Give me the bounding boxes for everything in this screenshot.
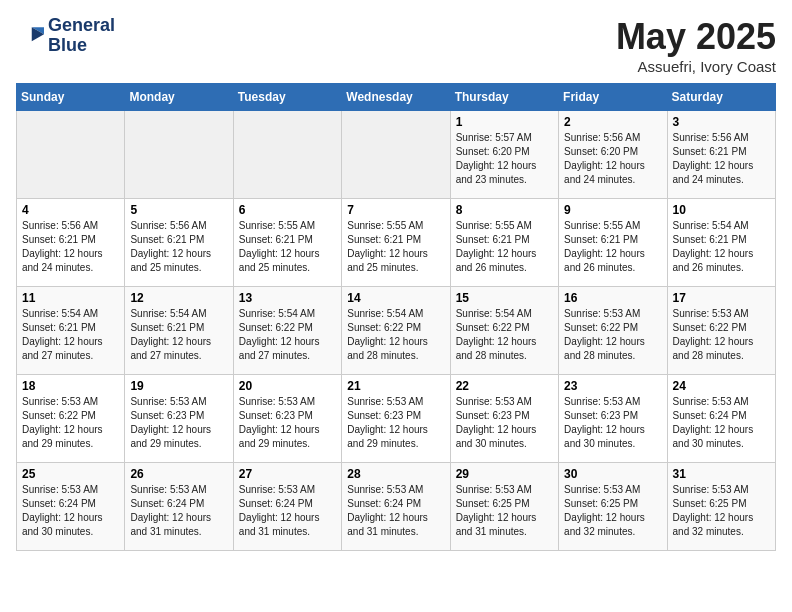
calendar-week-row: 11 Sunrise: 5:54 AM Sunset: 6:21 PM Dayl… [17, 287, 776, 375]
day-number: 15 [456, 291, 553, 305]
day-number: 9 [564, 203, 661, 217]
day-info: Sunrise: 5:53 AM Sunset: 6:22 PM Dayligh… [673, 307, 770, 363]
calendar-cell: 23 Sunrise: 5:53 AM Sunset: 6:23 PM Dayl… [559, 375, 667, 463]
day-number: 27 [239, 467, 336, 481]
day-number: 30 [564, 467, 661, 481]
day-info: Sunrise: 5:53 AM Sunset: 6:24 PM Dayligh… [239, 483, 336, 539]
calendar-cell: 25 Sunrise: 5:53 AM Sunset: 6:24 PM Dayl… [17, 463, 125, 551]
day-info: Sunrise: 5:53 AM Sunset: 6:24 PM Dayligh… [130, 483, 227, 539]
day-number: 6 [239, 203, 336, 217]
weekday-header-thursday: Thursday [450, 84, 558, 111]
day-number: 23 [564, 379, 661, 393]
day-info: Sunrise: 5:55 AM Sunset: 6:21 PM Dayligh… [239, 219, 336, 275]
day-info: Sunrise: 5:54 AM Sunset: 6:21 PM Dayligh… [673, 219, 770, 275]
weekday-header-wednesday: Wednesday [342, 84, 450, 111]
day-number: 19 [130, 379, 227, 393]
day-info: Sunrise: 5:53 AM Sunset: 6:24 PM Dayligh… [22, 483, 119, 539]
day-number: 12 [130, 291, 227, 305]
day-number: 10 [673, 203, 770, 217]
day-info: Sunrise: 5:54 AM Sunset: 6:21 PM Dayligh… [22, 307, 119, 363]
calendar-cell: 9 Sunrise: 5:55 AM Sunset: 6:21 PM Dayli… [559, 199, 667, 287]
day-info: Sunrise: 5:53 AM Sunset: 6:23 PM Dayligh… [347, 395, 444, 451]
day-info: Sunrise: 5:54 AM Sunset: 6:21 PM Dayligh… [130, 307, 227, 363]
calendar-cell: 5 Sunrise: 5:56 AM Sunset: 6:21 PM Dayli… [125, 199, 233, 287]
day-number: 20 [239, 379, 336, 393]
calendar-cell: 8 Sunrise: 5:55 AM Sunset: 6:21 PM Dayli… [450, 199, 558, 287]
calendar-cell: 10 Sunrise: 5:54 AM Sunset: 6:21 PM Dayl… [667, 199, 775, 287]
calendar-week-row: 25 Sunrise: 5:53 AM Sunset: 6:24 PM Dayl… [17, 463, 776, 551]
day-number: 7 [347, 203, 444, 217]
calendar-cell: 28 Sunrise: 5:53 AM Sunset: 6:24 PM Dayl… [342, 463, 450, 551]
calendar-cell: 1 Sunrise: 5:57 AM Sunset: 6:20 PM Dayli… [450, 111, 558, 199]
calendar-week-row: 18 Sunrise: 5:53 AM Sunset: 6:22 PM Dayl… [17, 375, 776, 463]
calendar-week-row: 4 Sunrise: 5:56 AM Sunset: 6:21 PM Dayli… [17, 199, 776, 287]
calendar-header-row: SundayMondayTuesdayWednesdayThursdayFrid… [17, 84, 776, 111]
day-number: 1 [456, 115, 553, 129]
day-info: Sunrise: 5:55 AM Sunset: 6:21 PM Dayligh… [564, 219, 661, 275]
calendar-cell: 13 Sunrise: 5:54 AM Sunset: 6:22 PM Dayl… [233, 287, 341, 375]
day-info: Sunrise: 5:56 AM Sunset: 6:21 PM Dayligh… [673, 131, 770, 187]
calendar-cell: 26 Sunrise: 5:53 AM Sunset: 6:24 PM Dayl… [125, 463, 233, 551]
day-number: 29 [456, 467, 553, 481]
logo-line2: Blue [48, 36, 115, 56]
calendar-cell: 24 Sunrise: 5:53 AM Sunset: 6:24 PM Dayl… [667, 375, 775, 463]
day-info: Sunrise: 5:53 AM Sunset: 6:23 PM Dayligh… [130, 395, 227, 451]
weekday-header-tuesday: Tuesday [233, 84, 341, 111]
day-info: Sunrise: 5:56 AM Sunset: 6:20 PM Dayligh… [564, 131, 661, 187]
generalblue-logo-icon [16, 22, 44, 50]
day-number: 4 [22, 203, 119, 217]
calendar-cell: 7 Sunrise: 5:55 AM Sunset: 6:21 PM Dayli… [342, 199, 450, 287]
calendar-cell: 27 Sunrise: 5:53 AM Sunset: 6:24 PM Dayl… [233, 463, 341, 551]
calendar-title: May 2025 [616, 16, 776, 58]
calendar-cell: 21 Sunrise: 5:53 AM Sunset: 6:23 PM Dayl… [342, 375, 450, 463]
calendar-table: SundayMondayTuesdayWednesdayThursdayFrid… [16, 83, 776, 551]
day-number: 25 [22, 467, 119, 481]
calendar-week-row: 1 Sunrise: 5:57 AM Sunset: 6:20 PM Dayli… [17, 111, 776, 199]
day-info: Sunrise: 5:53 AM Sunset: 6:23 PM Dayligh… [239, 395, 336, 451]
day-info: Sunrise: 5:53 AM Sunset: 6:22 PM Dayligh… [22, 395, 119, 451]
calendar-cell: 17 Sunrise: 5:53 AM Sunset: 6:22 PM Dayl… [667, 287, 775, 375]
calendar-header: General Blue May 2025 Assuefri, Ivory Co… [16, 16, 776, 75]
calendar-cell: 15 Sunrise: 5:54 AM Sunset: 6:22 PM Dayl… [450, 287, 558, 375]
calendar-cell: 29 Sunrise: 5:53 AM Sunset: 6:25 PM Dayl… [450, 463, 558, 551]
day-number: 26 [130, 467, 227, 481]
weekday-header-monday: Monday [125, 84, 233, 111]
weekday-header-friday: Friday [559, 84, 667, 111]
day-number: 2 [564, 115, 661, 129]
title-block: May 2025 Assuefri, Ivory Coast [616, 16, 776, 75]
day-number: 21 [347, 379, 444, 393]
day-info: Sunrise: 5:53 AM Sunset: 6:24 PM Dayligh… [673, 395, 770, 451]
day-number: 13 [239, 291, 336, 305]
day-info: Sunrise: 5:54 AM Sunset: 6:22 PM Dayligh… [347, 307, 444, 363]
day-info: Sunrise: 5:53 AM Sunset: 6:22 PM Dayligh… [564, 307, 661, 363]
day-info: Sunrise: 5:57 AM Sunset: 6:20 PM Dayligh… [456, 131, 553, 187]
day-info: Sunrise: 5:56 AM Sunset: 6:21 PM Dayligh… [130, 219, 227, 275]
day-number: 5 [130, 203, 227, 217]
calendar-cell: 4 Sunrise: 5:56 AM Sunset: 6:21 PM Dayli… [17, 199, 125, 287]
calendar-cell: 30 Sunrise: 5:53 AM Sunset: 6:25 PM Dayl… [559, 463, 667, 551]
calendar-cell [125, 111, 233, 199]
day-info: Sunrise: 5:54 AM Sunset: 6:22 PM Dayligh… [239, 307, 336, 363]
day-info: Sunrise: 5:53 AM Sunset: 6:23 PM Dayligh… [564, 395, 661, 451]
day-number: 28 [347, 467, 444, 481]
day-info: Sunrise: 5:53 AM Sunset: 6:25 PM Dayligh… [673, 483, 770, 539]
day-info: Sunrise: 5:55 AM Sunset: 6:21 PM Dayligh… [347, 219, 444, 275]
calendar-cell: 20 Sunrise: 5:53 AM Sunset: 6:23 PM Dayl… [233, 375, 341, 463]
day-info: Sunrise: 5:53 AM Sunset: 6:24 PM Dayligh… [347, 483, 444, 539]
calendar-cell: 22 Sunrise: 5:53 AM Sunset: 6:23 PM Dayl… [450, 375, 558, 463]
logo-text: General Blue [48, 16, 115, 56]
weekday-header-saturday: Saturday [667, 84, 775, 111]
day-number: 11 [22, 291, 119, 305]
day-info: Sunrise: 5:53 AM Sunset: 6:23 PM Dayligh… [456, 395, 553, 451]
day-info: Sunrise: 5:53 AM Sunset: 6:25 PM Dayligh… [456, 483, 553, 539]
day-info: Sunrise: 5:54 AM Sunset: 6:22 PM Dayligh… [456, 307, 553, 363]
calendar-cell [342, 111, 450, 199]
calendar-cell: 11 Sunrise: 5:54 AM Sunset: 6:21 PM Dayl… [17, 287, 125, 375]
calendar-cell: 18 Sunrise: 5:53 AM Sunset: 6:22 PM Dayl… [17, 375, 125, 463]
day-info: Sunrise: 5:56 AM Sunset: 6:21 PM Dayligh… [22, 219, 119, 275]
logo-line1: General [48, 16, 115, 36]
calendar-cell: 6 Sunrise: 5:55 AM Sunset: 6:21 PM Dayli… [233, 199, 341, 287]
calendar-cell [233, 111, 341, 199]
day-info: Sunrise: 5:55 AM Sunset: 6:21 PM Dayligh… [456, 219, 553, 275]
day-number: 18 [22, 379, 119, 393]
